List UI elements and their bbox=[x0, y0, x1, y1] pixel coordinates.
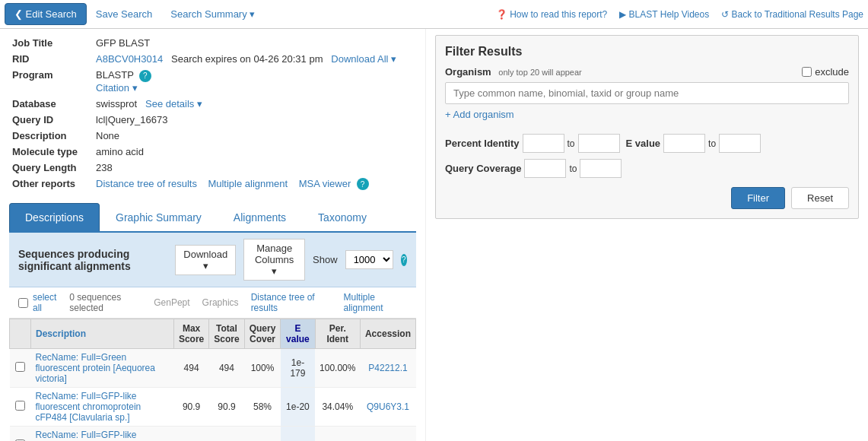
filter-button[interactable]: Filter bbox=[731, 187, 785, 209]
program-label: Program bbox=[9, 67, 93, 96]
query-coverage-group: Query Coverage to bbox=[445, 159, 622, 178]
molecule-type-row: Molecule type amino acid bbox=[9, 144, 416, 160]
results-tbody: RecName: Full=Green fluorescent protein … bbox=[10, 349, 416, 442]
show-select[interactable]: 1000 500 250 100 bbox=[345, 250, 393, 269]
database-value: swissprot bbox=[96, 98, 137, 109]
query-coverage-to: to bbox=[569, 163, 577, 174]
molecule-type-label: Molecule type bbox=[9, 144, 93, 160]
tab-taxonomy[interactable]: Taxonomy bbox=[302, 203, 383, 231]
row-checkbox-cell bbox=[10, 427, 31, 442]
query-id-label: Query ID bbox=[9, 112, 93, 128]
row-query-cover-1: 58% bbox=[244, 388, 281, 427]
percent-identity-from[interactable] bbox=[523, 134, 564, 153]
row-total-score-0: 494 bbox=[209, 349, 244, 388]
job-title-row: Job Title GFP BLAST bbox=[9, 35, 416, 51]
query-length-label: Query Length bbox=[9, 160, 93, 176]
tab-alignments[interactable]: Alignments bbox=[218, 203, 302, 231]
toolbar: ❮ Edit Search Save Search Search Summary… bbox=[0, 0, 868, 29]
tab-graphic-summary[interactable]: Graphic Summary bbox=[100, 203, 218, 231]
see-details-link[interactable]: See details ▾ bbox=[145, 98, 202, 109]
exclude-row: exclude bbox=[802, 66, 849, 78]
results-table-header: Description MaxScore TotalScore QueryCov… bbox=[10, 319, 416, 349]
job-info-table: Job Title GFP BLAST RID A8BCV0H3014 Sear… bbox=[9, 35, 416, 192]
organism-row: Organism only top 20 will appear exclude bbox=[445, 66, 849, 78]
edit-search-button[interactable]: ❮ Edit Search bbox=[5, 3, 87, 25]
organism-label: Organism bbox=[445, 66, 491, 78]
how-to-read-link[interactable]: ❓ How to read this report? bbox=[496, 9, 607, 20]
program-info-icon[interactable]: ? bbox=[139, 70, 151, 82]
e-value-to-input[interactable] bbox=[719, 134, 761, 153]
program-value-cell: BLASTP ? Citation ▾ bbox=[93, 67, 416, 96]
row-max-score-2: 84.7 bbox=[173, 427, 208, 442]
desc-link-0[interactable]: RecName: Full=Green fluorescent protein … bbox=[36, 352, 155, 384]
show-label: Show bbox=[313, 254, 338, 265]
th-total-score: TotalScore bbox=[209, 319, 244, 349]
query-coverage-to-input[interactable] bbox=[580, 159, 622, 178]
results-table: Description MaxScore TotalScore QueryCov… bbox=[9, 319, 416, 441]
results-header: Sequences producing significant alignmen… bbox=[9, 233, 416, 287]
graphics-label: Graphics bbox=[202, 297, 239, 308]
desc-link-1[interactable]: RecName: Full=GFP-like fluorescent chrom… bbox=[36, 391, 141, 423]
distance-tree-link[interactable]: Distance tree of results bbox=[96, 178, 197, 189]
download-results-button[interactable]: Download ▾ bbox=[175, 245, 236, 275]
main-content: Job Title GFP BLAST RID A8BCV0H3014 Sear… bbox=[0, 29, 868, 441]
select-all-checkbox[interactable] bbox=[18, 298, 28, 308]
desc-link-2[interactable]: RecName: Full=GFP-like fluorescent chrom… bbox=[36, 430, 157, 441]
percent-identity-to-input[interactable] bbox=[578, 134, 620, 153]
citation-link[interactable]: Citation ▾ bbox=[96, 82, 138, 94]
row-per-ident-2: 30.21% bbox=[315, 427, 360, 442]
exclude-checkbox[interactable] bbox=[802, 67, 812, 77]
results-controls: Download ▾ Manage Columns ▾ Show 1000 50… bbox=[175, 239, 407, 281]
th-description: Description bbox=[31, 319, 174, 349]
other-reports-info-icon[interactable]: ? bbox=[357, 178, 369, 190]
msa-viewer-link[interactable]: MSA viewer bbox=[299, 178, 351, 189]
multiple-alignment-results-link[interactable]: Multiple alignment bbox=[344, 292, 407, 313]
th-accession: Accession bbox=[360, 319, 415, 349]
percent-identity-label: Percent Identity bbox=[445, 138, 520, 149]
row-accession-0: P42212.1 bbox=[360, 349, 415, 388]
search-summary-button[interactable]: Search Summary ▾ bbox=[161, 4, 264, 24]
accession-link-1[interactable]: Q9U6Y3.1 bbox=[367, 401, 409, 412]
multiple-alignment-link[interactable]: Multiple alignment bbox=[208, 178, 288, 189]
row-description-0: RecName: Full=Green fluorescent protein … bbox=[31, 349, 174, 388]
accession-link-0[interactable]: P42212.1 bbox=[368, 363, 407, 373]
tabs-bar: Descriptions Graphic Summary Alignments … bbox=[9, 203, 416, 233]
citation-dropdown[interactable]: Citation ▾ bbox=[96, 82, 413, 94]
row-checkbox-0[interactable] bbox=[15, 362, 25, 372]
results-info-icon[interactable]: ? bbox=[401, 254, 407, 266]
row-accession-1: Q9U6Y3.1 bbox=[360, 388, 415, 427]
e-value-label: E value bbox=[626, 138, 661, 149]
query-coverage-from[interactable] bbox=[524, 159, 566, 178]
row-accession-2: Q9U6Y6.1 bbox=[360, 427, 415, 442]
th-checkbox bbox=[10, 319, 31, 349]
row-e-value-2: 9e-19 bbox=[281, 427, 315, 442]
tab-descriptions[interactable]: Descriptions bbox=[9, 203, 100, 231]
left-panel: Job Title GFP BLAST RID A8BCV0H3014 Sear… bbox=[0, 29, 426, 441]
distance-tree-results-link[interactable]: Distance tree of results bbox=[251, 292, 332, 313]
select-all-left: select all 0 sequences selected bbox=[18, 292, 149, 313]
back-traditional-link[interactable]: ↺ Back to Traditional Results Page bbox=[721, 9, 863, 20]
row-e-value-0: 1e-179 bbox=[281, 349, 315, 388]
rid-link[interactable]: A8BCV0H3014 bbox=[96, 53, 163, 65]
e-value-from[interactable] bbox=[663, 134, 705, 153]
rid-row: RID A8BCV0H3014 Search expires on 04-26 … bbox=[9, 51, 416, 67]
rid-label: RID bbox=[9, 51, 93, 67]
database-row: Database swissprot See details ▾ bbox=[9, 96, 416, 112]
row-e-value-1: 1e-20 bbox=[281, 388, 315, 427]
percent-identity-group: Percent Identity to bbox=[445, 134, 620, 153]
description-value: None bbox=[93, 128, 416, 144]
row-checkbox-cell bbox=[10, 388, 31, 427]
organism-note: only top 20 will appear bbox=[498, 68, 581, 77]
reset-button[interactable]: Reset bbox=[791, 187, 849, 209]
program-value: BLASTP bbox=[96, 69, 134, 81]
select-all-label[interactable]: select all bbox=[33, 292, 65, 313]
save-search-button[interactable]: Save Search bbox=[87, 4, 161, 24]
rid-value-cell: A8BCV0H3014 Search expires on 04-26 20:3… bbox=[93, 51, 416, 67]
blast-help-link[interactable]: ▶ BLAST Help Videos bbox=[619, 9, 709, 20]
row-checkbox-1[interactable] bbox=[15, 401, 25, 411]
organism-input[interactable] bbox=[445, 82, 849, 104]
add-organism-link[interactable]: + Add organism bbox=[445, 109, 514, 120]
manage-columns-button[interactable]: Manage Columns ▾ bbox=[243, 239, 305, 281]
sequences-selected-text: 0 sequences selected bbox=[69, 292, 149, 313]
download-all-link[interactable]: Download All ▾ bbox=[331, 53, 396, 65]
